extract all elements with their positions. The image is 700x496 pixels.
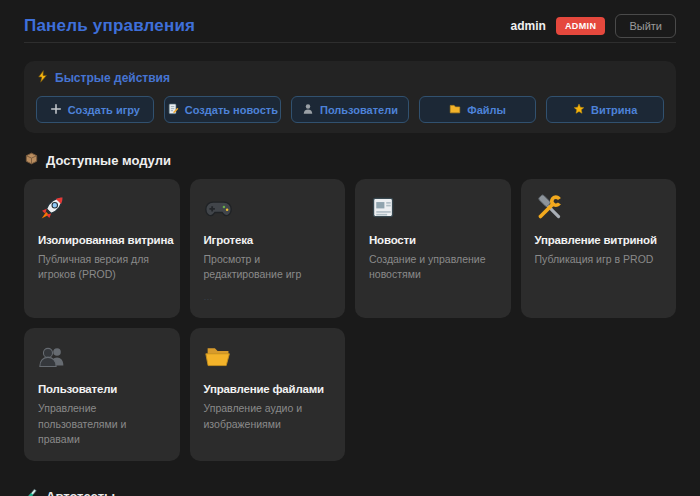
module-card-meta: ··· [204, 294, 332, 304]
module-card-users[interactable]: Пользователи Управление пользователями и… [24, 328, 180, 461]
folder-icon [449, 103, 461, 117]
lightning-icon [36, 70, 49, 87]
files-button[interactable]: Файлы [419, 96, 537, 123]
button-label: Создать новость [185, 104, 278, 116]
top-bar-right: admin ADMIN Выйти [511, 14, 676, 38]
quick-actions-title: Быстрые действия [36, 70, 664, 87]
modules-grid: Изолированная витрина Публичная версия д… [24, 179, 676, 461]
create-game-button[interactable]: Создать игру [36, 96, 154, 123]
users-button[interactable]: Пользователи [291, 96, 409, 123]
package-icon [24, 151, 39, 169]
quick-actions-panel: Быстрые действия Создать игру Создать но… [24, 61, 676, 133]
autotests-section-label: Автотесты [46, 489, 115, 496]
tools-icon [535, 193, 663, 223]
quick-actions-title-label: Быстрые действия [55, 71, 170, 86]
module-card-file-management[interactable]: Управление файлами Управление аудио и из… [190, 328, 346, 461]
button-label: Витрина [591, 104, 637, 116]
users-icon [38, 342, 166, 372]
module-card-showcase-management[interactable]: Управление витриной Публикация игр в PRO… [521, 179, 677, 318]
module-card-title: Изолированная витрина [38, 234, 166, 246]
test-tube-icon [24, 487, 39, 496]
button-label: Файлы [467, 104, 506, 116]
module-card-isolated-showcase[interactable]: Изолированная витрина Публичная версия д… [24, 179, 180, 318]
gamepad-icon [204, 193, 332, 223]
module-card-title: Управление файлами [204, 383, 332, 395]
role-badge: ADMIN [556, 17, 606, 35]
logout-button[interactable]: Выйти [615, 14, 676, 38]
module-card-title: Управление витриной [535, 234, 663, 246]
top-bar: Панель управления admin ADMIN Выйти [24, 12, 676, 43]
module-card-description: Публикация игр в PROD [535, 252, 663, 267]
button-label: Создать игру [68, 104, 140, 116]
module-card-news[interactable]: Новости Создание и управление новостями [355, 179, 511, 318]
showcase-button[interactable]: Витрина [546, 96, 664, 123]
modules-section-title: Доступные модули [24, 151, 676, 169]
quick-actions-row: Создать игру Создать новость Пользовател… [36, 96, 664, 123]
button-label: Пользователи [320, 104, 398, 116]
person-icon [302, 103, 314, 117]
memo-icon [167, 103, 179, 117]
module-card-description: Просмотр и редактирование игр [204, 252, 332, 282]
autotests-section-title: Автотесты [24, 487, 676, 496]
plus-icon [50, 103, 62, 117]
folder-open-icon [204, 342, 332, 372]
module-card-description: Управление пользователями и правами [38, 401, 166, 447]
username: admin [511, 19, 546, 33]
rocket-icon [38, 193, 166, 223]
modules-section-label: Доступные модули [46, 153, 171, 168]
module-card-game-library[interactable]: Игротека Просмотр и редактирование игр ·… [190, 179, 346, 318]
module-card-description: Создание и управление новостями [369, 252, 497, 282]
module-card-description: Публичная версия для игроков (PROD) [38, 252, 166, 282]
module-card-description: Управление аудио и изображениями [204, 401, 332, 431]
module-card-title: Пользователи [38, 383, 166, 395]
star-icon [573, 103, 585, 117]
page-title: Панель управления [24, 16, 195, 36]
newspaper-icon [369, 193, 497, 223]
create-news-button[interactable]: Создать новость [164, 96, 282, 123]
module-card-title: Игротека [204, 234, 332, 246]
module-card-title: Новости [369, 234, 497, 246]
